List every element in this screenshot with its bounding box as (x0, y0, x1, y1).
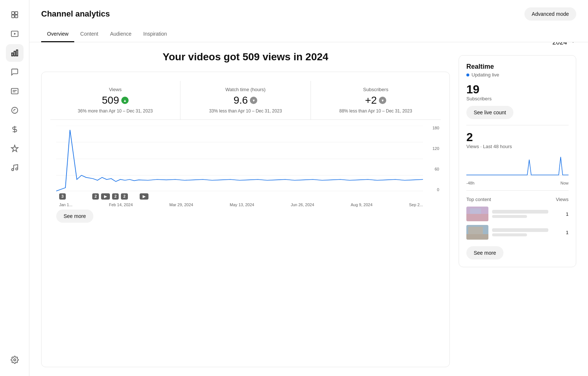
sidebar-icon-copyright[interactable] (6, 101, 24, 119)
advanced-mode-button[interactable]: Advanced mode (524, 7, 576, 21)
top-content-thumb-svg-1 (466, 207, 488, 221)
stat-subscribers-value-row: +2 ▼ (320, 94, 432, 106)
top-content-label: Top content (466, 197, 491, 202)
chart-x-labels: Jan 1... Feb 14, 2024 Mar 29, 2024 May 1… (56, 203, 423, 207)
stat-subscribers-comparison: 88% less than Apr 10 – Dec 31, 2023 (320, 108, 432, 114)
stat-subscribers: Subscribers +2 ▼ 88% less than Apr 10 – … (311, 81, 441, 119)
stat-views-number: 509 (102, 94, 119, 106)
live-dot-icon (466, 74, 469, 76)
views-48h-label: Views · Last 48 hours (466, 144, 569, 149)
date-range-selector[interactable]: Jan 1 – Sep 22, 2024 2024 ⌄ (459, 42, 576, 46)
main-content: Channel analytics Advanced mode Overview… (29, 0, 588, 376)
sidebar-icon-analytics[interactable] (6, 44, 24, 62)
marker-play-1: ▶ (101, 193, 110, 200)
top-content-item: 1 (466, 207, 569, 221)
stat-views: Views 509 ▲ 36% more than Apr 10 – Dec 3… (50, 81, 180, 119)
tab-bar: Overview Content Audience Inspiration (29, 26, 588, 42)
main-headline: Your videos got 509 views in 2024 (41, 51, 450, 63)
stat-watchtime-value-row: 9.6 ▼ (189, 94, 301, 106)
chart-y-axis: 180 120 60 0 (433, 126, 441, 192)
sidebar-icon-customize[interactable] (6, 140, 24, 157)
svg-rect-7 (14, 51, 15, 56)
realtime-title: Realtime (466, 63, 569, 71)
page-title: Channel analytics (41, 9, 110, 19)
tab-inspiration[interactable]: Inspiration (137, 26, 173, 42)
svg-rect-9 (11, 89, 18, 94)
y-label-60: 60 (433, 167, 439, 171)
marker-2c: 2 (121, 193, 128, 200)
content-area: Your videos got 509 views in 2024 Views … (29, 42, 588, 376)
views-48h-count: 2 (466, 131, 569, 143)
sidebar-icon-monetization[interactable] (6, 121, 24, 138)
stat-views-label: Views (59, 87, 171, 92)
main-analytics-panel: Your videos got 509 views in 2024 Views … (41, 51, 450, 367)
top-content-thumb-1 (466, 207, 488, 221)
date-range-chevron-icon: ⌄ (570, 42, 576, 44)
sidebar-icon-subtitles[interactable] (6, 82, 24, 100)
sidebar-icon-grid[interactable] (6, 6, 24, 24)
stat-watchtime-label: Watch time (hours) (189, 87, 301, 92)
stat-views-value-row: 509 ▲ (59, 94, 171, 106)
top-content-item-2: 1 (466, 225, 569, 240)
stat-subscribers-label: Subscribers (320, 87, 432, 92)
marker-play-2: ▶ (140, 193, 148, 200)
stat-watchtime: Watch time (hours) 9.6 ▼ 33% less than A… (180, 81, 311, 119)
y-label-0: 0 (433, 187, 439, 192)
top-content-header: Top content Views (466, 197, 569, 202)
see-more-right-button[interactable]: See more (466, 246, 503, 259)
see-live-count-button[interactable]: See live count (466, 106, 513, 119)
main-chart-area: 180 120 60 0 (50, 120, 441, 201)
x-label-aug: Aug 9, 2024 (351, 203, 372, 207)
x-label-feb: Feb 14, 2024 (109, 203, 133, 207)
svg-rect-24 (466, 214, 488, 221)
stat-watchtime-comparison: 33% less than Apr 10 – Dec 31, 2023 (189, 108, 301, 114)
svg-rect-1 (15, 12, 17, 14)
top-content-views-1: 1 (566, 211, 569, 217)
svg-rect-6 (11, 53, 13, 56)
marker-2a: 2 (92, 193, 99, 200)
x-label-may: May 13, 2024 (230, 203, 254, 207)
tab-overview[interactable]: Overview (41, 26, 74, 42)
svg-rect-0 (11, 12, 14, 14)
see-more-button[interactable]: See more (56, 210, 93, 223)
top-content-thumb-2 (466, 225, 488, 240)
sidebar-icon-music[interactable] (6, 159, 24, 176)
views-48h-section: 2 Views · Last 48 hours -48h Now (466, 131, 569, 191)
mini-chart-end-label: Now (560, 181, 569, 185)
x-label-sep: Sep 2... (409, 203, 423, 207)
realtime-card: Realtime Updating live 19 Subscribers Se… (459, 55, 576, 267)
top-content-info-1 (492, 210, 562, 218)
sidebar-icon-content[interactable] (6, 25, 24, 43)
chart-markers: 3 2 ▶ 2 2 ▶ (59, 192, 423, 201)
sidebar-icon-settings[interactable] (6, 351, 24, 369)
svg-rect-3 (15, 15, 17, 18)
top-content-views-label: Views (556, 197, 569, 202)
subscriber-section: 19 Subscribers See live count (466, 83, 569, 125)
x-label-jan: Jan 1... (59, 203, 72, 207)
stat-subscribers-number: +2 (365, 94, 377, 106)
marker-2b: 2 (112, 193, 119, 200)
right-panel: Jan 1 – Sep 22, 2024 2024 ⌄ Realtime Upd… (459, 51, 576, 367)
subscriber-count: 19 (466, 83, 569, 95)
tab-audience[interactable]: Audience (104, 26, 137, 42)
stat-watchtime-number: 9.6 (234, 94, 248, 106)
updating-live-label: Updating live (472, 72, 499, 78)
svg-rect-27 (466, 234, 488, 240)
stat-watchtime-trend-icon: ▼ (250, 97, 257, 104)
top-content-section: Top content Views (466, 197, 569, 259)
mini-chart-svg (466, 154, 569, 179)
mini-chart-start-label: -48h (466, 181, 474, 185)
svg-point-16 (14, 359, 16, 361)
svg-rect-28 (468, 227, 483, 234)
top-content-title-bar-2 (492, 228, 548, 232)
svg-point-14 (11, 169, 14, 171)
main-chart-svg (56, 126, 423, 192)
tab-content[interactable]: Content (74, 26, 104, 42)
y-label-120: 120 (433, 146, 439, 151)
stat-views-trend-icon: ▲ (121, 97, 129, 104)
sidebar-icon-comments[interactable] (6, 63, 24, 81)
y-label-180: 180 (433, 126, 439, 130)
top-content-title-bar-1 (492, 210, 548, 214)
stats-row: Views 509 ▲ 36% more than Apr 10 – Dec 3… (50, 81, 441, 120)
top-content-thumb-svg-2 (466, 225, 488, 240)
